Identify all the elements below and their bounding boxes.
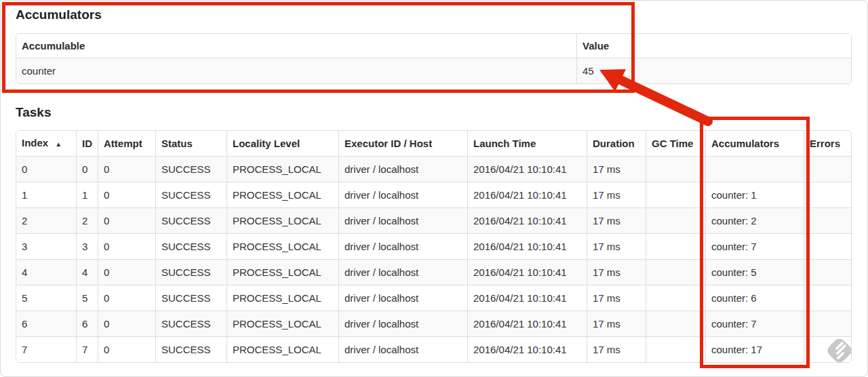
- table-cell: 0: [98, 336, 155, 362]
- table-cell: 6: [76, 311, 98, 336]
- table-cell: 2016/04/21 10:10:41: [467, 336, 587, 362]
- column-header-errors[interactable]: Errors: [804, 131, 851, 156]
- table-row: counter45: [16, 58, 851, 83]
- table-cell: [646, 285, 705, 311]
- table-cell: counter: 2: [705, 207, 804, 233]
- column-header-launch-time[interactable]: Launch Time: [467, 131, 587, 156]
- table-row: 440SUCCESSPROCESS_LOCALdriver / localhos…: [16, 259, 851, 285]
- table-cell: 0: [98, 156, 155, 182]
- table-cell: counter: [16, 58, 576, 83]
- header-row: AccumulableValue: [16, 34, 851, 58]
- table-cell: PROCESS_LOCAL: [226, 311, 338, 336]
- table-row: 770SUCCESSPROCESS_LOCALdriver / localhos…: [16, 336, 851, 362]
- table-cell: 2016/04/21 10:10:41: [467, 311, 587, 336]
- table-cell: [646, 259, 705, 285]
- table-cell: driver / localhost: [338, 311, 467, 336]
- table-row: 110SUCCESSPROCESS_LOCALdriver / localhos…: [16, 182, 851, 207]
- table-cell: driver / localhost: [338, 182, 467, 207]
- table-cell: [646, 207, 705, 233]
- table-cell: PROCESS_LOCAL: [226, 259, 338, 285]
- table-cell: counter: 17: [705, 336, 804, 362]
- column-header-accumulable[interactable]: Accumulable: [16, 34, 576, 58]
- table-cell: SUCCESS: [155, 259, 226, 285]
- table-cell: 17 ms: [587, 182, 646, 207]
- table-cell: 2016/04/21 10:10:41: [467, 233, 587, 259]
- browser-viewport: Accumulators AccumulableValuecounter45 T…: [0, 0, 868, 377]
- table-cell: PROCESS_LOCAL: [226, 285, 338, 311]
- tasks-table: Index▲IDAttemptStatusLocality LevelExecu…: [16, 131, 851, 362]
- column-header-attempt[interactable]: Attempt: [98, 131, 155, 156]
- table-cell: [804, 207, 851, 233]
- table-cell: 2016/04/21 10:10:41: [467, 207, 587, 233]
- table-row: 330SUCCESSPROCESS_LOCALdriver / localhos…: [16, 233, 851, 259]
- table-cell: driver / localhost: [338, 207, 467, 233]
- column-header-accumulators[interactable]: Accumulators: [705, 131, 804, 156]
- table-cell: SUCCESS: [155, 233, 226, 259]
- table-cell: [646, 336, 705, 362]
- table-cell: counter: 1: [705, 182, 804, 207]
- column-header-duration[interactable]: Duration: [587, 131, 646, 156]
- table-cell: [804, 285, 851, 311]
- table-cell: 0: [98, 233, 155, 259]
- table-cell: 0: [16, 156, 76, 182]
- table-cell: counter: 6: [705, 285, 804, 311]
- table-cell: 0: [98, 311, 155, 336]
- table-cell: 17 ms: [587, 285, 646, 311]
- table-cell: 2: [16, 207, 76, 233]
- table-cell: PROCESS_LOCAL: [226, 207, 338, 233]
- table-cell: 0: [98, 207, 155, 233]
- table-cell: 2016/04/21 10:10:41: [467, 182, 587, 207]
- table-cell: PROCESS_LOCAL: [226, 233, 338, 259]
- column-header-executor-id-host[interactable]: Executor ID / Host: [338, 131, 467, 156]
- table-cell: 1: [76, 182, 98, 207]
- table-cell: 7: [16, 336, 76, 362]
- column-header-index[interactable]: Index▲: [16, 131, 76, 156]
- table-cell: [646, 233, 705, 259]
- table-cell: [804, 336, 851, 362]
- table-cell: driver / localhost: [338, 259, 467, 285]
- table-cell: driver / localhost: [338, 285, 467, 311]
- table-cell: [804, 233, 851, 259]
- table-cell: [705, 156, 804, 182]
- table-row: 660SUCCESSPROCESS_LOCALdriver / localhos…: [16, 311, 851, 336]
- table-cell: PROCESS_LOCAL: [226, 336, 338, 362]
- table-cell: SUCCESS: [155, 156, 226, 182]
- table-cell: SUCCESS: [155, 182, 226, 207]
- table-cell: 17 ms: [587, 233, 646, 259]
- column-header-value[interactable]: Value: [576, 34, 851, 58]
- table-cell: 0: [76, 156, 98, 182]
- table-cell: [804, 182, 851, 207]
- column-header-gc-time[interactable]: GC Time: [646, 131, 705, 156]
- table-cell: 4: [16, 259, 76, 285]
- column-header-locality-level[interactable]: Locality Level: [226, 131, 338, 156]
- table-cell: counter: 5: [705, 259, 804, 285]
- table-cell: [646, 156, 705, 182]
- table-cell: 2: [76, 207, 98, 233]
- table-cell: counter: 7: [705, 311, 804, 336]
- table-cell: SUCCESS: [155, 207, 226, 233]
- table-row: 220SUCCESSPROCESS_LOCALdriver / localhos…: [16, 207, 851, 233]
- table-cell: 5: [76, 285, 98, 311]
- table-cell: driver / localhost: [338, 336, 467, 362]
- table-cell: 1: [16, 182, 76, 207]
- table-cell: [804, 259, 851, 285]
- table-cell: SUCCESS: [155, 285, 226, 311]
- accumulators-section-title: Accumulators: [16, 7, 867, 22]
- table-cell: 17 ms: [587, 311, 646, 336]
- table-cell: 3: [76, 233, 98, 259]
- tasks-table-wrap: Index▲IDAttemptStatusLocality LevelExecu…: [16, 130, 852, 363]
- table-cell: 17 ms: [587, 259, 646, 285]
- table-cell: 17 ms: [587, 336, 646, 362]
- tasks-section-title: Tasks: [16, 105, 867, 120]
- table-cell: 17 ms: [587, 207, 646, 233]
- table-cell: 0: [98, 182, 155, 207]
- column-header-id[interactable]: ID: [76, 131, 98, 156]
- table-cell: 5: [16, 285, 76, 311]
- table-cell: driver / localhost: [338, 156, 467, 182]
- table-cell: 2016/04/21 10:10:41: [467, 156, 587, 182]
- table-cell: 6: [16, 311, 76, 336]
- table-cell: [646, 182, 705, 207]
- table-cell: 0: [98, 259, 155, 285]
- table-row: 000SUCCESSPROCESS_LOCALdriver / localhos…: [16, 156, 851, 182]
- column-header-status[interactable]: Status: [155, 131, 226, 156]
